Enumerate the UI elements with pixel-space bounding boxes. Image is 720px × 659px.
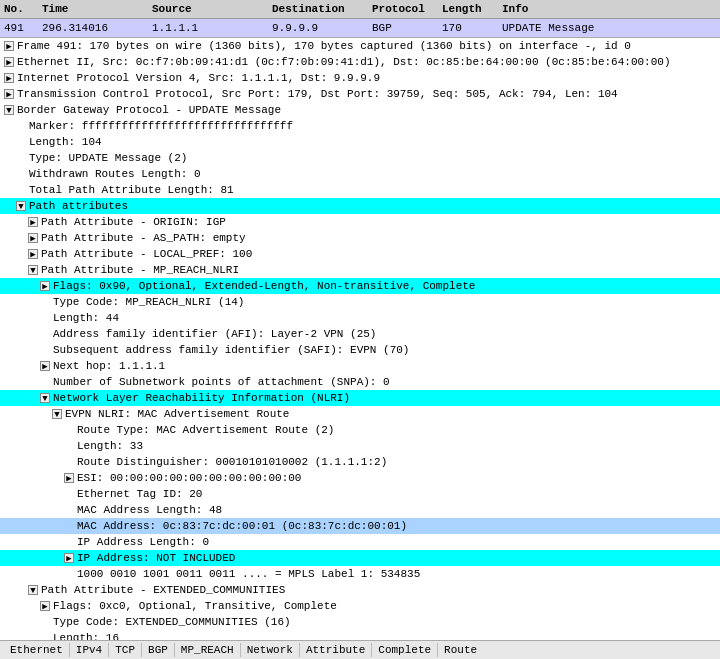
tree-line[interactable]: ▶Path Attribute - AS_PATH: empty (0, 230, 720, 246)
tree-text: ESI: 00:00:00:00:00:00:00:00:00:00 (77, 470, 301, 486)
collapse-icon[interactable]: ▼ (40, 393, 50, 403)
packet-len: 170 (438, 21, 498, 35)
tree-text: Flags: 0x90, Optional, Extended-Length, … (53, 278, 475, 294)
tree-line: Total Path Attribute Length: 81 (0, 182, 720, 198)
tree-line[interactable]: ▶Internet Protocol Version 4, Src: 1.1.1… (0, 70, 720, 86)
tree-text: Path Attribute - EXTENDED_COMMUNITIES (41, 582, 285, 598)
tree-text: MAC Address Length: 48 (77, 502, 222, 518)
tree-line: Route Distinguisher: 00010101010002 (1.1… (0, 454, 720, 470)
tree-line: Number of Subnetwork points of attachmen… (0, 374, 720, 390)
bottom-bar-item[interactable]: MP_REACH (175, 643, 241, 657)
col-header-length: Length (438, 2, 498, 16)
collapse-icon[interactable]: ▼ (4, 105, 14, 115)
expand-icon[interactable]: ▶ (28, 233, 38, 243)
tree-line[interactable]: ▶Next hop: 1.1.1.1 (0, 358, 720, 374)
tree-line[interactable]: ▼Path Attribute - MP_REACH_NLRI (0, 262, 720, 278)
tree-text: Path Attribute - LOCAL_PREF: 100 (41, 246, 252, 262)
expand-icon[interactable]: ▶ (64, 473, 74, 483)
expand-icon[interactable]: ▶ (4, 73, 14, 83)
tree-text: Frame 491: 170 bytes on wire (1360 bits)… (17, 38, 631, 54)
bottom-bar-item[interactable]: BGP (142, 643, 175, 657)
tree-line: Length: 44 (0, 310, 720, 326)
tree-line[interactable]: ▶Flags: 0x90, Optional, Extended-Length,… (0, 278, 720, 294)
expand-icon[interactable]: ▶ (4, 89, 14, 99)
tree-line[interactable]: ▶Frame 491: 170 bytes on wire (1360 bits… (0, 38, 720, 54)
tree-text: Path Attribute - MP_REACH_NLRI (41, 262, 239, 278)
tree-text: Flags: 0xc0, Optional, Transitive, Compl… (53, 598, 337, 614)
expand-icon[interactable]: ▶ (40, 361, 50, 371)
tree-line: Type: UPDATE Message (2) (0, 150, 720, 166)
col-header-source: Source (148, 2, 268, 16)
tree-text: Length: 44 (53, 310, 119, 326)
tree-line: Type Code: EXTENDED_COMMUNITIES (16) (0, 614, 720, 630)
bottom-bar: EthernetIPv4TCPBGPMP_REACHNetworkAttribu… (0, 640, 720, 659)
tree-line: IP Address Length: 0 (0, 534, 720, 550)
tree-text: 1000 0010 1001 0011 0011 .... = MPLS Lab… (77, 566, 420, 582)
collapse-icon[interactable]: ▼ (28, 585, 38, 595)
tree-text: Border Gateway Protocol - UPDATE Message (17, 102, 281, 118)
expand-icon[interactable]: ▶ (40, 601, 50, 611)
tree-text: Marker: ffffffffffffffffffffffffffffffff (29, 118, 293, 134)
expand-icon[interactable]: ▶ (28, 249, 38, 259)
tree-text: Internet Protocol Version 4, Src: 1.1.1.… (17, 70, 380, 86)
tree-line[interactable]: ▶Path Attribute - ORIGIN: IGP (0, 214, 720, 230)
tree-line: Withdrawn Routes Length: 0 (0, 166, 720, 182)
bottom-bar-item[interactable]: Network (241, 643, 300, 657)
tree-text: Type Code: MP_REACH_NLRI (14) (53, 294, 244, 310)
expand-icon[interactable]: ▶ (64, 553, 74, 563)
collapse-icon[interactable]: ▼ (52, 409, 62, 419)
collapse-icon[interactable]: ▼ (28, 265, 38, 275)
tree-line[interactable]: ▼Network Layer Reachability Information … (0, 390, 720, 406)
tree-text: Ethernet II, Src: 0c:f7:0b:09:41:d1 (0c:… (17, 54, 671, 70)
tree-line[interactable]: ▶IP Address: NOT INCLUDED (0, 550, 720, 566)
tree-text: Transmission Control Protocol, Src Port:… (17, 86, 618, 102)
tree-line[interactable]: ▶Flags: 0xc0, Optional, Transitive, Comp… (0, 598, 720, 614)
bottom-bar-item[interactable]: Route (438, 643, 483, 657)
tree-text: EVPN NLRI: MAC Advertisement Route (65, 406, 289, 422)
collapse-icon[interactable]: ▼ (16, 201, 26, 211)
tree-line: Ethernet Tag ID: 20 (0, 486, 720, 502)
tree-text: MAC Address: 0c:83:7c:dc:00:01 (0c:83:7c… (77, 518, 407, 534)
packet-row[interactable]: 491 296.314016 1.1.1.1 9.9.9.9 BGP 170 U… (0, 19, 720, 38)
tree-line[interactable]: ▶ESI: 00:00:00:00:00:00:00:00:00:00 (0, 470, 720, 486)
tree-text: Address family identifier (AFI): Layer-2… (53, 326, 376, 342)
tree-text: Total Path Attribute Length: 81 (29, 182, 234, 198)
tree-line[interactable]: ▶Ethernet II, Src: 0c:f7:0b:09:41:d1 (0c… (0, 54, 720, 70)
tree-text: Length: 33 (77, 438, 143, 454)
tree-text: Length: 104 (29, 134, 102, 150)
tree-line: Subsequent address family identifier (SA… (0, 342, 720, 358)
tree-text: Withdrawn Routes Length: 0 (29, 166, 201, 182)
tree-text: Route Distinguisher: 00010101010002 (1.1… (77, 454, 387, 470)
expand-icon[interactable]: ▶ (4, 57, 14, 67)
bottom-bar-item[interactable]: Ethernet (4, 643, 70, 657)
tree-text: Ethernet Tag ID: 20 (77, 486, 202, 502)
tree-text: Network Layer Reachability Information (… (53, 390, 350, 406)
bottom-bar-item[interactable]: TCP (109, 643, 142, 657)
tree-text: Path attributes (29, 198, 128, 214)
tree-line[interactable]: ▼EVPN NLRI: MAC Advertisement Route (0, 406, 720, 422)
packet-src: 1.1.1.1 (148, 21, 268, 35)
tree-line: Length: 33 (0, 438, 720, 454)
tree-line[interactable]: ▶Path Attribute - LOCAL_PREF: 100 (0, 246, 720, 262)
packet-dst: 9.9.9.9 (268, 21, 368, 35)
tree-line[interactable]: ▼Border Gateway Protocol - UPDATE Messag… (0, 102, 720, 118)
tree-text: IP Address: NOT INCLUDED (77, 550, 235, 566)
col-header-time: Time (38, 2, 148, 16)
expand-icon[interactable]: ▶ (40, 281, 50, 291)
expand-icon[interactable]: ▶ (28, 217, 38, 227)
bottom-bar-item[interactable]: Attribute (300, 643, 372, 657)
bottom-bar-item[interactable]: Complete (372, 643, 438, 657)
tree-line[interactable]: ▶Transmission Control Protocol, Src Port… (0, 86, 720, 102)
tree-text: Path Attribute - AS_PATH: empty (41, 230, 246, 246)
tree-text: Number of Subnetwork points of attachmen… (53, 374, 390, 390)
tree-line[interactable]: ▼Path Attribute - EXTENDED_COMMUNITIES (0, 582, 720, 598)
tree-text: Path Attribute - ORIGIN: IGP (41, 214, 226, 230)
bottom-bar-item[interactable]: IPv4 (70, 643, 109, 657)
tree-line[interactable]: ▼Path attributes (0, 198, 720, 214)
tree-line: 1000 0010 1001 0011 0011 .... = MPLS Lab… (0, 566, 720, 582)
col-header-destination: Destination (268, 2, 368, 16)
col-header-info: Info (498, 2, 720, 16)
tree-line: Route Type: MAC Advertisement Route (2) (0, 422, 720, 438)
packet-proto: BGP (368, 21, 438, 35)
expand-icon[interactable]: ▶ (4, 41, 14, 51)
